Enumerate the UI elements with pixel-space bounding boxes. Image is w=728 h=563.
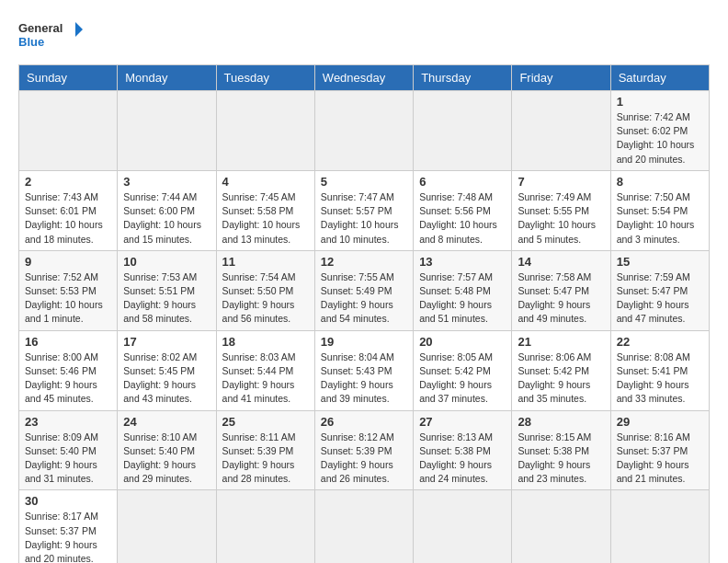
day-info: Sunrise: 7:59 AM Sunset: 5:47 PM Dayligh… [617, 270, 703, 327]
calendar-cell: 29Sunrise: 8:16 AM Sunset: 5:37 PM Dayli… [610, 410, 709, 490]
day-number: 27 [419, 415, 506, 429]
day-number: 2 [25, 175, 111, 189]
day-header-sunday: Sunday [19, 65, 118, 91]
week-row-2: 9Sunrise: 7:52 AM Sunset: 5:53 PM Daylig… [19, 250, 710, 330]
calendar-cell: 30Sunrise: 8:17 AM Sunset: 5:37 PM Dayli… [19, 490, 118, 563]
day-info: Sunrise: 7:43 AM Sunset: 6:01 PM Dayligh… [25, 190, 111, 247]
day-header-saturday: Saturday [610, 65, 709, 91]
week-row-1: 2Sunrise: 7:43 AM Sunset: 6:01 PM Daylig… [19, 170, 710, 250]
calendar-cell: 2Sunrise: 7:43 AM Sunset: 6:01 PM Daylig… [19, 170, 118, 250]
day-info: Sunrise: 7:48 AM Sunset: 5:56 PM Dayligh… [419, 190, 506, 247]
calendar-cell: 13Sunrise: 7:57 AM Sunset: 5:48 PM Dayli… [414, 250, 512, 330]
calendar-table: SundayMondayTuesdayWednesdayThursdayFrid… [18, 64, 710, 563]
day-info: Sunrise: 8:16 AM Sunset: 5:37 PM Dayligh… [617, 431, 703, 487]
day-info: Sunrise: 8:05 AM Sunset: 5:42 PM Dayligh… [419, 350, 506, 407]
calendar-cell: 18Sunrise: 8:03 AM Sunset: 5:44 PM Dayli… [216, 330, 314, 410]
day-number: 29 [617, 415, 703, 429]
logo-svg: General Blue [18, 18, 83, 55]
day-number: 23 [25, 415, 111, 429]
svg-text:General: General [18, 21, 63, 35]
calendar-cell: 20Sunrise: 8:05 AM Sunset: 5:42 PM Dayli… [414, 330, 512, 410]
day-number: 9 [25, 255, 111, 269]
calendar-cell [314, 91, 413, 171]
calendar-cell: 3Sunrise: 7:44 AM Sunset: 6:00 PM Daylig… [118, 170, 216, 250]
calendar-cell [216, 91, 314, 171]
header-row: SundayMondayTuesdayWednesdayThursdayFrid… [19, 65, 710, 91]
day-number: 28 [518, 415, 604, 429]
calendar-cell: 12Sunrise: 7:55 AM Sunset: 5:49 PM Dayli… [314, 250, 413, 330]
calendar-cell: 15Sunrise: 7:59 AM Sunset: 5:47 PM Dayli… [610, 250, 709, 330]
day-number: 18 [222, 335, 309, 349]
day-number: 26 [321, 415, 407, 429]
calendar-cell [610, 490, 709, 563]
day-info: Sunrise: 7:57 AM Sunset: 5:48 PM Dayligh… [419, 270, 506, 327]
day-info: Sunrise: 7:47 AM Sunset: 5:57 PM Dayligh… [321, 190, 407, 247]
calendar-cell: 10Sunrise: 7:53 AM Sunset: 5:51 PM Dayli… [118, 250, 216, 330]
day-number: 19 [321, 335, 407, 349]
calendar-cell: 24Sunrise: 8:10 AM Sunset: 5:40 PM Dayli… [118, 410, 216, 490]
calendar-cell: 23Sunrise: 8:09 AM Sunset: 5:40 PM Dayli… [19, 410, 118, 490]
day-number: 21 [518, 335, 604, 349]
calendar-cell: 7Sunrise: 7:49 AM Sunset: 5:55 PM Daylig… [512, 170, 610, 250]
logo: General Blue [18, 18, 83, 55]
calendar-cell: 11Sunrise: 7:54 AM Sunset: 5:50 PM Dayli… [216, 250, 314, 330]
day-number: 25 [222, 415, 309, 429]
calendar-cell: 28Sunrise: 8:15 AM Sunset: 5:38 PM Dayli… [512, 410, 610, 490]
calendar-cell: 19Sunrise: 8:04 AM Sunset: 5:43 PM Dayli… [314, 330, 413, 410]
day-number: 4 [222, 175, 309, 189]
calendar-cell [216, 490, 314, 563]
day-info: Sunrise: 7:53 AM Sunset: 5:51 PM Dayligh… [123, 270, 210, 327]
day-number: 14 [518, 255, 604, 269]
day-number: 8 [617, 175, 703, 189]
day-number: 3 [123, 175, 210, 189]
svg-text:Blue: Blue [18, 35, 44, 49]
day-info: Sunrise: 8:12 AM Sunset: 5:39 PM Dayligh… [321, 431, 407, 487]
day-info: Sunrise: 7:58 AM Sunset: 5:47 PM Dayligh… [518, 270, 604, 327]
calendar-cell [118, 91, 216, 171]
day-number: 11 [222, 255, 309, 269]
day-info: Sunrise: 7:52 AM Sunset: 5:53 PM Dayligh… [25, 270, 111, 327]
day-info: Sunrise: 8:15 AM Sunset: 5:38 PM Dayligh… [518, 431, 604, 487]
calendar-cell: 8Sunrise: 7:50 AM Sunset: 5:54 PM Daylig… [610, 170, 709, 250]
calendar-cell: 14Sunrise: 7:58 AM Sunset: 5:47 PM Dayli… [512, 250, 610, 330]
calendar-cell: 22Sunrise: 8:08 AM Sunset: 5:41 PM Dayli… [610, 330, 709, 410]
day-number: 16 [25, 335, 111, 349]
day-info: Sunrise: 8:10 AM Sunset: 5:40 PM Dayligh… [123, 431, 210, 487]
calendar-cell: 21Sunrise: 8:06 AM Sunset: 5:42 PM Dayli… [512, 330, 610, 410]
day-info: Sunrise: 7:50 AM Sunset: 5:54 PM Dayligh… [617, 190, 703, 247]
calendar-cell [19, 91, 118, 171]
page-header: General Blue [18, 18, 710, 55]
week-row-4: 23Sunrise: 8:09 AM Sunset: 5:40 PM Dayli… [19, 410, 710, 490]
day-header-monday: Monday [118, 65, 216, 91]
day-number: 17 [123, 335, 210, 349]
calendar-cell [414, 490, 512, 563]
day-number: 22 [617, 335, 703, 349]
day-info: Sunrise: 7:45 AM Sunset: 5:58 PM Dayligh… [222, 190, 309, 247]
calendar-cell: 16Sunrise: 8:00 AM Sunset: 5:46 PM Dayli… [19, 330, 118, 410]
day-info: Sunrise: 8:09 AM Sunset: 5:40 PM Dayligh… [25, 431, 111, 487]
calendar-cell [512, 490, 610, 563]
day-info: Sunrise: 8:06 AM Sunset: 5:42 PM Dayligh… [518, 350, 604, 407]
day-number: 30 [25, 494, 111, 508]
week-row-3: 16Sunrise: 8:00 AM Sunset: 5:46 PM Dayli… [19, 330, 710, 410]
day-header-tuesday: Tuesday [216, 65, 314, 91]
day-number: 15 [617, 255, 703, 269]
day-header-friday: Friday [512, 65, 610, 91]
day-number: 20 [419, 335, 506, 349]
day-header-wednesday: Wednesday [314, 65, 413, 91]
day-info: Sunrise: 8:08 AM Sunset: 5:41 PM Dayligh… [617, 350, 703, 407]
svg-marker-2 [75, 22, 83, 37]
day-info: Sunrise: 7:42 AM Sunset: 6:02 PM Dayligh… [617, 110, 703, 167]
day-info: Sunrise: 8:13 AM Sunset: 5:38 PM Dayligh… [419, 431, 506, 487]
calendar-cell [314, 490, 413, 563]
day-number: 24 [123, 415, 210, 429]
calendar-cell: 17Sunrise: 8:02 AM Sunset: 5:45 PM Dayli… [118, 330, 216, 410]
day-number: 10 [123, 255, 210, 269]
calendar-cell: 9Sunrise: 7:52 AM Sunset: 5:53 PM Daylig… [19, 250, 118, 330]
calendar-cell: 26Sunrise: 8:12 AM Sunset: 5:39 PM Dayli… [314, 410, 413, 490]
calendar-cell [512, 91, 610, 171]
day-info: Sunrise: 8:17 AM Sunset: 5:37 PM Dayligh… [25, 510, 111, 563]
day-info: Sunrise: 8:11 AM Sunset: 5:39 PM Dayligh… [222, 431, 309, 487]
day-number: 6 [419, 175, 506, 189]
calendar-cell [414, 91, 512, 171]
